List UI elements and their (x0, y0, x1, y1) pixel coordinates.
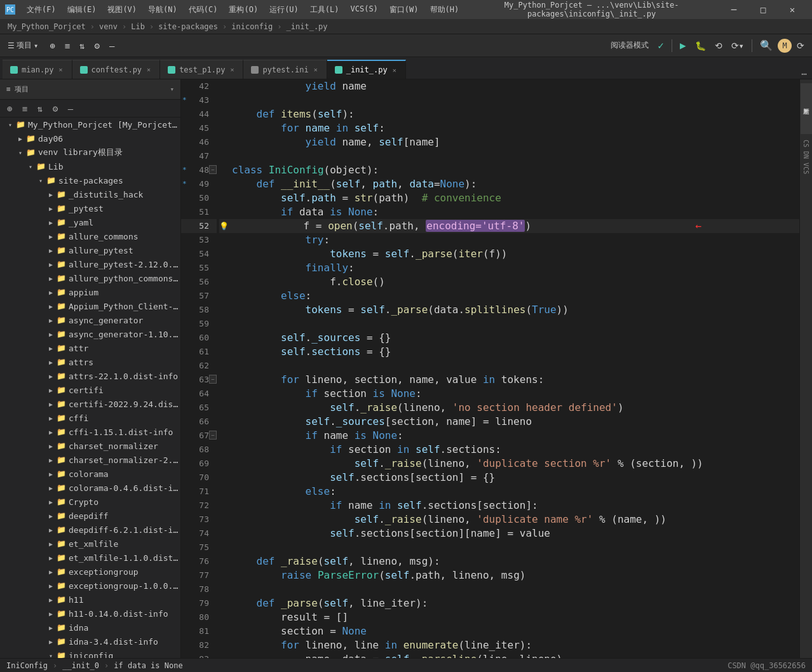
tab-conftest[interactable]: conftest.py ✕ (72, 60, 161, 79)
tree-item-attrs[interactable]: ▶ 📁 attrs (0, 355, 180, 369)
menu-view[interactable]: 视图(V) (102, 3, 142, 17)
tree-item-allure-commons[interactable]: ▶ 📁 allure_commons (0, 229, 180, 243)
right-panel-button2[interactable]: CS DN VCS (801, 138, 812, 176)
toolbar-check[interactable]: ✓ (654, 37, 668, 53)
toolbar-more1[interactable]: ⟲ (711, 39, 726, 53)
toolbar-avatar[interactable]: M (778, 39, 792, 53)
menu-refactor[interactable]: 重构(O) (224, 3, 263, 17)
toolbar-nav-up[interactable]: ⊕ (46, 39, 58, 53)
toolbar-align[interactable]: ≡ (61, 39, 74, 53)
toolbar-run[interactable]: ▶ (676, 37, 690, 53)
toolbar-project[interactable]: ☰ 项目 ▾ (4, 38, 42, 53)
minimize-button[interactable]: ─ (719, 0, 748, 19)
tree-item-allure-python[interactable]: ▶ 📁 allure_python_commons-2.1... (0, 271, 180, 285)
tree-item-deepdiff-dist[interactable]: ▶ 📁 deepdiff-6.2.1.dist-info (0, 523, 180, 537)
tree-item-appium-client[interactable]: ▶ 📁 Appium_Python_Client-2.7.1... (0, 299, 180, 313)
breadcrumb-item[interactable]: Lib (130, 22, 146, 31)
breadcrumb-item[interactable]: venv (98, 22, 119, 31)
tree-item-appium[interactable]: ▶ 📁 appium (0, 285, 180, 299)
menu-run[interactable]: 运行(U) (264, 3, 304, 17)
toolbar-debug[interactable]: 🐛 (691, 39, 710, 53)
tree-item-charset-dist[interactable]: ▶ 📁 charset_normalizer-2.1.1.dis... (0, 453, 180, 467)
toolbar-settings[interactable]: ⚙ (91, 39, 104, 53)
tree-item-distutils[interactable]: ▶ 📁 _distutils_hack (0, 187, 180, 201)
breadcrumb-item[interactable]: My_Python_Porjcet (6, 22, 87, 31)
tree-item-async-gen[interactable]: ▶ 📁 async_generator (0, 313, 180, 327)
toolbar-sync[interactable]: ⟳ (793, 39, 808, 53)
menu-nav[interactable]: 导航(N) (143, 3, 182, 17)
tree-item-yaml[interactable]: ▶ 📁 _yaml (0, 215, 180, 229)
menu-tools[interactable]: 工具(L) (305, 3, 344, 17)
tab-init[interactable]: _init_.py ✕ (327, 60, 406, 79)
menu-code[interactable]: 代码(C) (184, 3, 223, 17)
tree-item-h11[interactable]: ▶ 📁 h11 (0, 593, 180, 607)
tab-close-icon[interactable]: ✕ (391, 66, 398, 74)
fold-button[interactable]: − (209, 431, 217, 440)
breadcrumb-item[interactable]: _init_.py (285, 22, 329, 31)
menu-window[interactable]: 窗口(W) (384, 3, 424, 17)
tree-item-certifi[interactable]: ▶ 📁 certifi (0, 383, 180, 397)
right-panel-button[interactable]: 新建 ▶ (801, 83, 812, 134)
lightbulb-icon[interactable]: 💡 (219, 219, 229, 233)
tree-item-cffi[interactable]: ▶ 📁 cffi (0, 411, 180, 425)
tree-item-pytest[interactable]: ▶ 📁 _pytest (0, 201, 180, 215)
maximize-button[interactable]: □ (748, 0, 778, 19)
minimize-icon[interactable]: — (65, 103, 76, 114)
toolbar-collapse[interactable]: — (105, 39, 118, 53)
tree-item-root[interactable]: ▾ 📁 My_Python_Porjcet [My_Porjcet] D:\M.… (0, 118, 180, 131)
tree-item-deepdiff[interactable]: ▶ 📁 deepdiff (0, 509, 180, 523)
menu-vcs[interactable]: VCS(S) (346, 3, 383, 17)
tree-item-exception-dist[interactable]: ▶ 📁 exceptiongroup-1.0.0.dist-in... (0, 579, 180, 593)
locate-icon[interactable]: ⊕ (4, 103, 15, 114)
collapse-icon[interactable]: ≡ (19, 103, 30, 114)
toolbar-search[interactable]: 🔍 (756, 37, 776, 53)
tree-item-allure-pytest-dist[interactable]: ▶ 📁 allure_pytest-2.12.0.dist-info (0, 257, 180, 271)
tab-close-icon[interactable]: ✕ (229, 65, 235, 74)
bottom-breadcrumb-item[interactable]: if data is None (114, 661, 182, 670)
tab-close-icon[interactable]: ✕ (145, 65, 152, 74)
toolbar-more2[interactable]: ⟳▾ (727, 39, 748, 53)
fold-button[interactable]: − (209, 375, 217, 384)
code-editor[interactable]: yield name def items(self): for name in … (217, 79, 799, 658)
menu-edit[interactable]: 编辑(E) (62, 3, 102, 17)
tree-item-idna[interactable]: ▶ 📁 idna (0, 621, 180, 635)
tree-item-attr[interactable]: ▶ 📁 attr (0, 341, 180, 355)
tree-item-cffi-dist[interactable]: ▶ 📁 cffi-1.15.1.dist-info (0, 425, 180, 439)
tree-item-exceptiongroup[interactable]: ▶ 📁 exceptiongroup (0, 565, 180, 579)
fold-button[interactable]: − (209, 165, 217, 174)
tree-item-async-gen-dist[interactable]: ▶ 📁 async_generator-1.10.dist-inf... (0, 327, 180, 341)
reader-mode-button[interactable]: 阅读器模式 (607, 38, 653, 53)
tab-overflow[interactable]: ⋯ (797, 69, 812, 79)
breadcrumb-item[interactable]: site-packages (157, 22, 219, 31)
tab-mian[interactable]: mian.py ✕ (3, 60, 72, 79)
tab-close-icon[interactable]: ✕ (313, 65, 319, 74)
tab-close-icon[interactable]: ✕ (58, 65, 64, 74)
tree-item-h11-dist[interactable]: ▶ 📁 h11-0.14.0.dist-info (0, 607, 180, 621)
tree-item-lib[interactable]: ▾ 📁 Lib (0, 159, 180, 173)
bottom-breadcrumb-item[interactable]: __init_0 (62, 661, 99, 670)
menu-file[interactable]: 文件(F) (22, 3, 61, 17)
menu-help[interactable]: 帮助(H) (425, 3, 464, 17)
tree-item-allure-pytest[interactable]: ▶ 📁 allure_pytest (0, 243, 180, 257)
tree-item-sitepackages[interactable]: ▾ 📁 site-packages (0, 173, 180, 187)
tree-item-venv[interactable]: ▾ 📁 venv library根目录 (0, 145, 180, 159)
tree-item-attrs-dist[interactable]: ▶ 📁 attrs-22.1.0.dist-info (0, 369, 180, 383)
tab-pytest[interactable]: pytest.ini ✕ (243, 60, 327, 79)
tree-item-colorama-dist[interactable]: ▶ 📁 colorama-0.4.6.dist-info (0, 481, 180, 495)
toolbar-align2[interactable]: ⇅ (76, 39, 88, 53)
breadcrumb-item[interactable]: iniconfig (230, 22, 274, 31)
close-button[interactable]: ✕ (778, 0, 807, 19)
tree-item-certifi-dist[interactable]: ▶ 📁 certifi-2022.9.24.dist-info (0, 397, 180, 411)
tree-item-crypto[interactable]: ▶ 📁 Crypto (0, 495, 180, 509)
tree-item-charset[interactable]: ▶ 📁 charset_normalizer (0, 439, 180, 453)
tree-item-day06[interactable]: ▶ 📁 day06 (0, 131, 180, 145)
tree-item-et-dist[interactable]: ▶ 📁 et_xmlfile-1.1.0.dist-info (0, 551, 180, 565)
tree-item-idna-dist[interactable]: ▶ 📁 idna-3.4.dist-info (0, 635, 180, 648)
sort-icon[interactable]: ⇅ (34, 103, 46, 114)
tab-test[interactable]: test_p1.py ✕ (160, 60, 243, 79)
tree-item-iniconfig[interactable]: ▾ 📁 iniconfig (0, 648, 180, 658)
bottom-breadcrumb-item[interactable]: IniConfig (6, 661, 48, 670)
tree-item-et-xmlfile[interactable]: ▶ 📁 et_xmlfile (0, 537, 180, 551)
tree-item-colorama[interactable]: ▶ 📁 colorama (0, 467, 180, 481)
settings-icon[interactable]: ⚙ (50, 103, 61, 114)
